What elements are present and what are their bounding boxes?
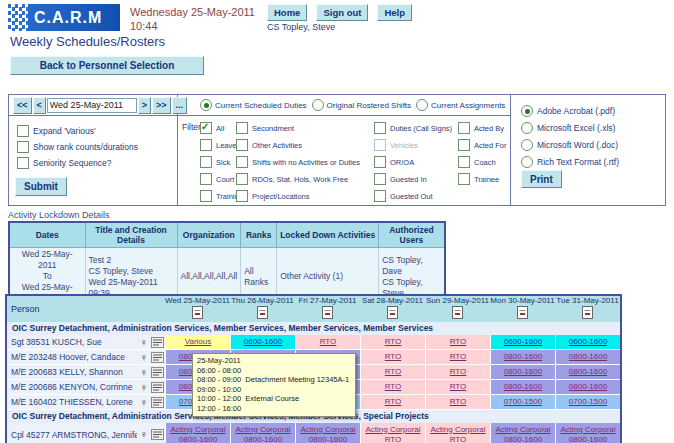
current-scheduled-duties-radio[interactable]: [200, 99, 212, 111]
seniority-sequence-checkbox[interactable]: [17, 157, 29, 169]
filter-oroa-checkbox[interactable]: [374, 156, 386, 168]
filter-sick-checkbox[interactable]: [200, 156, 212, 168]
original-rostered-shifts-radio[interactable]: [312, 99, 324, 111]
acting-role-link[interactable]: Acting Corporal: [235, 425, 290, 435]
shift-link[interactable]: 0800-1600: [569, 382, 607, 392]
filter-secondment-checkbox[interactable]: [236, 122, 248, 134]
notes-icon[interactable]: [150, 382, 165, 393]
filter-acted-for-checkbox[interactable]: [458, 139, 470, 151]
filter-trainee-checkbox[interactable]: [458, 173, 470, 185]
shift-link[interactable]: 0800-1600: [179, 435, 217, 443]
show-rank-counts-checkbox[interactable]: [17, 141, 29, 153]
next-week-button[interactable]: >: [138, 97, 151, 114]
last-week-button[interactable]: >>: [152, 97, 171, 114]
day-lockdown-icon[interactable]: [322, 305, 333, 323]
day-cell: RTO: [425, 350, 490, 365]
notes-icon[interactable]: [150, 429, 165, 440]
col-ranks: Ranks: [241, 222, 277, 248]
shift-link[interactable]: 0800-1600: [569, 367, 607, 377]
shift-link[interactable]: 0800-1600: [504, 382, 542, 392]
filter-guested-out-checkbox[interactable]: [374, 190, 386, 202]
shift-link[interactable]: 0800-1600: [504, 367, 542, 377]
filter-duties-callsigns-checkbox[interactable]: [374, 122, 386, 134]
current-assignments-radio[interactable]: [416, 99, 428, 111]
shift-link[interactable]: RTO: [385, 397, 402, 407]
shift-link[interactable]: RTO: [385, 352, 402, 362]
filter-training-checkbox[interactable]: [200, 190, 212, 202]
filter-court-checkbox[interactable]: [200, 173, 212, 185]
notes-icon[interactable]: [150, 337, 165, 348]
notes-icon[interactable]: [150, 352, 165, 363]
home-button[interactable]: Home: [267, 4, 307, 21]
help-button[interactable]: Help: [377, 4, 412, 21]
shift-link[interactable]: 0800-1600: [569, 435, 607, 443]
shift-link[interactable]: RTO: [450, 397, 467, 407]
print-button[interactable]: Print: [521, 170, 562, 188]
shift-link[interactable]: RTO: [450, 435, 467, 443]
shift-link[interactable]: RTO: [450, 337, 467, 347]
filter-guested-in-checkbox[interactable]: [374, 173, 386, 185]
shift-link[interactable]: 0600-1600: [504, 337, 542, 347]
week-date-input[interactable]: [47, 98, 137, 113]
filter-all-checkbox[interactable]: [200, 122, 212, 134]
page-title: Weekly Schedules/Rosters: [10, 34, 165, 49]
notes-icon[interactable]: [150, 367, 165, 378]
acting-role-link[interactable]: Acting Corporal: [495, 425, 550, 435]
prev-week-button[interactable]: <: [33, 97, 46, 114]
person-name: M/E 200683 KELLY, Shannon: [11, 367, 137, 377]
shift-link[interactable]: RTO: [385, 337, 402, 347]
word-radio[interactable]: [521, 139, 533, 151]
shift-link[interactable]: 0700-1500: [504, 397, 542, 407]
day-lockdown-icon[interactable]: [517, 305, 528, 323]
filter-coach-checkbox[interactable]: [458, 156, 470, 168]
filter-acted-by-checkbox[interactable]: [458, 122, 470, 134]
shift-link[interactable]: 0800-1600: [309, 435, 347, 443]
signout-button[interactable]: Sign out: [316, 4, 368, 21]
shift-link[interactable]: 0600-1600: [569, 337, 607, 347]
submit-button[interactable]: Submit: [15, 177, 67, 196]
back-to-personnel-button[interactable]: Back to Personnel Selection: [10, 56, 204, 75]
acting-role-link[interactable]: Acting Corporal: [430, 425, 485, 435]
first-week-button[interactable]: <<: [13, 97, 32, 114]
acting-role-link[interactable]: Acting Corporal: [300, 425, 355, 435]
word-label: Microsoft Word (.doc): [537, 140, 618, 150]
acting-role-link[interactable]: Acting Corporal: [365, 425, 420, 435]
col-dates: Dates: [9, 222, 85, 248]
filter-no-activities-checkbox[interactable]: [236, 156, 248, 168]
acting-role-link[interactable]: Acting Corporal: [560, 425, 615, 435]
person-name: Sgt 38531 KUSCH, Sue: [11, 337, 137, 347]
shift-link[interactable]: RTO: [385, 367, 402, 377]
shift-link[interactable]: RTO: [320, 337, 337, 347]
shift-link[interactable]: 0800-1600: [569, 352, 607, 362]
col-organization: Organization: [177, 222, 241, 248]
filter-project-locations-checkbox[interactable]: [236, 190, 248, 202]
shift-link[interactable]: RTO: [385, 382, 402, 392]
expand-various-checkbox[interactable]: [17, 125, 29, 137]
day-lockdown-icon[interactable]: [582, 305, 593, 323]
filter-leave-checkbox[interactable]: [200, 139, 212, 151]
filter-no-activities-label: Shifts with no Activities or Duties: [252, 158, 360, 167]
day-lockdown-icon[interactable]: [452, 305, 463, 323]
excel-radio[interactable]: [521, 122, 533, 134]
tooltip-line: 12:00 - 16:00: [197, 404, 351, 414]
shift-link[interactable]: 0600-1600: [244, 337, 282, 347]
shift-link[interactable]: Various: [185, 337, 212, 347]
shift-link[interactable]: 0800-1600: [244, 435, 282, 443]
day-cell: 0800-1600: [490, 350, 555, 365]
shift-link[interactable]: 0700-1500: [569, 397, 607, 407]
notes-icon[interactable]: [150, 397, 165, 408]
shift-link[interactable]: 0800-1600: [504, 352, 542, 362]
shift-link[interactable]: RTO: [450, 352, 467, 362]
day-lockdown-icon[interactable]: [257, 305, 268, 323]
shift-link[interactable]: 0800-1600: [504, 435, 542, 443]
rtf-radio[interactable]: [521, 156, 533, 168]
shift-link[interactable]: RTO: [450, 382, 467, 392]
day-lockdown-icon[interactable]: [387, 305, 398, 323]
day-lockdown-icon[interactable]: [192, 305, 203, 323]
filter-other-activities-checkbox[interactable]: [236, 139, 248, 151]
shift-link[interactable]: RTO: [450, 367, 467, 377]
pdf-radio[interactable]: [521, 105, 533, 117]
filter-rdos-checkbox[interactable]: [236, 173, 248, 185]
acting-role-link[interactable]: Acting Corporal: [170, 425, 225, 435]
shift-link[interactable]: RTO: [385, 435, 402, 443]
